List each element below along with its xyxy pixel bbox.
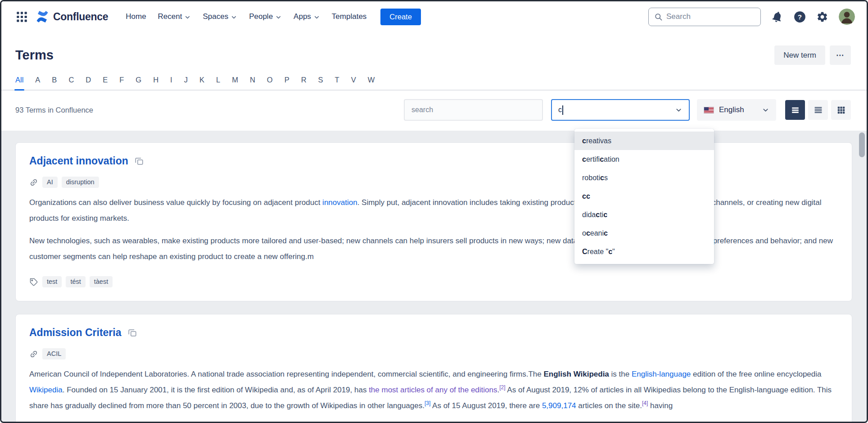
label-pill[interactable]: tàest xyxy=(90,276,113,287)
alphabet-filter-d[interactable]: D xyxy=(86,73,91,90)
nav-item-label: Apps xyxy=(294,12,311,21)
autocomplete-option[interactable]: didactic xyxy=(574,205,714,224)
alphabet-filter-c[interactable]: C xyxy=(68,73,74,90)
autocomplete-option[interactable]: creativas xyxy=(574,132,714,150)
terms-count: 93 Terms in Confluence xyxy=(15,106,93,114)
alphabet-filter-e[interactable]: E xyxy=(103,73,108,90)
global-search[interactable] xyxy=(648,8,761,26)
inline-link[interactable]: innovation xyxy=(322,198,357,207)
term-card: Adjacent innovation AIdisruption Organiz… xyxy=(15,142,852,301)
term-title[interactable]: Admission Criteria xyxy=(29,327,122,339)
inline-link[interactable]: English-language xyxy=(632,370,691,378)
app-window: Confluence HomeRecentSpacesPeopleAppsTem… xyxy=(0,0,868,423)
chevron-down-icon xyxy=(231,14,237,21)
text-cursor xyxy=(562,105,563,115)
alphabet-filter-k[interactable]: K xyxy=(199,73,204,90)
autocomplete-option[interactable]: cc xyxy=(574,187,714,205)
label-pill[interactable]: tést xyxy=(66,276,85,287)
confluence-logo[interactable]: Confluence xyxy=(36,10,108,23)
link-icon xyxy=(27,176,40,188)
autocomplete-option[interactable]: certification xyxy=(574,150,714,168)
app-switcher-icon[interactable] xyxy=(14,9,29,24)
notifications-button[interactable] xyxy=(771,11,783,23)
chevron-down-icon xyxy=(675,106,683,114)
alphabet-filter-m[interactable]: M xyxy=(232,73,238,90)
compact-view-icon xyxy=(814,105,823,115)
user-avatar[interactable] xyxy=(839,9,855,25)
term-title[interactable]: Adjacent innovation xyxy=(29,155,128,167)
term-filter-combobox[interactable]: c xyxy=(551,99,690,121)
alphabet-filter-f[interactable]: F xyxy=(119,73,124,90)
alphabet-filter-n[interactable]: N xyxy=(250,73,255,90)
product-name: Confluence xyxy=(53,11,108,23)
copy-icon[interactable] xyxy=(127,328,137,338)
copy-icon[interactable] xyxy=(134,156,144,166)
alphabet-filter-l[interactable]: L xyxy=(216,73,220,90)
language-select[interactable]: English xyxy=(697,99,776,121)
term-card: Admission Criteria ACIL American Council… xyxy=(15,314,852,422)
scrollbar-thumb[interactable] xyxy=(859,132,865,157)
alphabet-filter-v[interactable]: V xyxy=(351,73,356,90)
label-pill[interactable]: ACIL xyxy=(42,348,66,359)
nav-item-home[interactable]: Home xyxy=(120,9,152,25)
inline-link[interactable]: [4] xyxy=(642,400,648,406)
language-label: English xyxy=(719,105,744,114)
alphabet-filter-h[interactable]: H xyxy=(153,73,158,90)
new-term-button[interactable]: New term xyxy=(774,45,825,65)
nav-item-label: Recent xyxy=(158,12,182,21)
inline-link[interactable]: [3] xyxy=(425,400,430,406)
term-labels: ACIL xyxy=(42,348,66,359)
alphabet-filter-b[interactable]: B xyxy=(52,73,57,90)
nav-item-people[interactable]: People xyxy=(243,9,288,25)
autocomplete-dropdown: creativascertificationroboticsccdidactic… xyxy=(574,129,714,264)
alphabet-filter-p[interactable]: P xyxy=(285,73,289,90)
alphabet-filter-r[interactable]: R xyxy=(301,73,307,90)
alphabet-filter-i[interactable]: I xyxy=(170,73,172,90)
label-pill[interactable]: test xyxy=(42,276,62,287)
nav-item-label: People xyxy=(249,12,273,21)
alphabet-filter-t[interactable]: T xyxy=(335,73,339,90)
grid-view-icon xyxy=(836,105,846,115)
more-actions-button[interactable]: ⋯ xyxy=(830,45,851,65)
term-description: Organizations can also deliver business … xyxy=(29,195,838,226)
term-labels: AIdisruption xyxy=(42,177,99,188)
alphabet-filter-g[interactable]: G xyxy=(136,73,141,90)
nav-item-recent[interactable]: Recent xyxy=(152,9,197,25)
nav-item-label: Spaces xyxy=(203,12,228,21)
inline-link[interactable]: [2] xyxy=(499,384,505,391)
nav-item-templates[interactable]: Templates xyxy=(326,9,372,25)
toolbar-controls: c English xyxy=(404,99,851,121)
global-search-input[interactable] xyxy=(666,12,743,21)
nav-item-apps[interactable]: Apps xyxy=(288,9,326,25)
grid-view-button[interactable] xyxy=(831,100,851,120)
inline-link[interactable]: the most articles of any of the editions xyxy=(369,386,497,394)
alphabet-filter-j[interactable]: J xyxy=(184,73,188,90)
label-pill[interactable]: disruption xyxy=(62,177,99,188)
view-toggle-group xyxy=(785,100,851,120)
nav-item-spaces[interactable]: Spaces xyxy=(197,9,243,25)
nav-item-label: Home xyxy=(126,12,146,21)
filter-toolbar: 93 Terms in Confluence c English xyxy=(1,91,867,131)
search-icon xyxy=(654,13,663,21)
alphabet-filter-s[interactable]: S xyxy=(318,73,323,90)
us-flag-icon xyxy=(704,107,714,114)
compact-view-button[interactable] xyxy=(808,100,828,120)
nav-right-cluster: ? xyxy=(648,8,855,26)
inline-link[interactable]: Wikipedia xyxy=(29,386,63,394)
autocomplete-option[interactable]: oceanic xyxy=(574,224,714,242)
help-button[interactable]: ? xyxy=(794,11,806,23)
alphabet-filter-a[interactable]: A xyxy=(35,73,40,90)
autocomplete-option[interactable]: Create "c" xyxy=(574,242,714,261)
alphabet-filter-o[interactable]: O xyxy=(267,73,273,90)
chevron-down-icon xyxy=(762,106,769,114)
alphabet-filter-all[interactable]: All xyxy=(15,73,23,90)
label-pill[interactable]: AI xyxy=(42,177,58,188)
create-button[interactable]: Create xyxy=(380,9,421,25)
term-search-input[interactable] xyxy=(404,99,543,121)
list-view-button[interactable] xyxy=(785,100,805,120)
autocomplete-option[interactable]: robotics xyxy=(574,168,714,187)
main-menu: HomeRecentSpacesPeopleAppsTemplates xyxy=(120,9,372,25)
alphabet-filter-w[interactable]: W xyxy=(368,73,375,90)
settings-gear-icon[interactable] xyxy=(816,11,828,23)
inline-link[interactable]: 5,909,174 xyxy=(542,401,576,410)
